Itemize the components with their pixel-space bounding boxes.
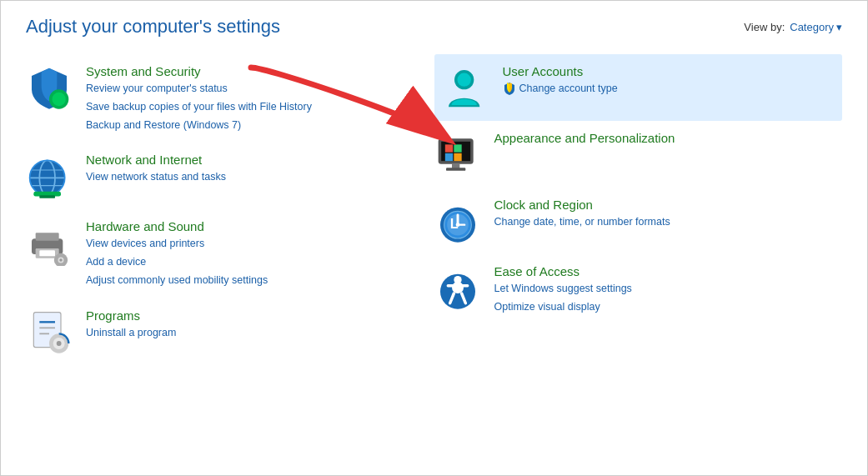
- system-security-text: System and Security Review your computer…: [86, 64, 312, 133]
- hardware-icon: [26, 219, 73, 266]
- network-icon: [26, 153, 73, 199]
- chevron-down-icon: ▾: [836, 21, 842, 33]
- user-accounts-icon: [443, 64, 489, 111]
- category-ease-of-access: Ease of Access Let Windows suggest setti…: [434, 254, 843, 325]
- svg-rect-11: [36, 233, 59, 241]
- category-system-security: System and Security Review your computer…: [26, 54, 434, 143]
- svg-rect-9: [39, 196, 55, 199]
- programs-icon: [26, 308, 73, 355]
- svg-rect-30: [454, 144, 461, 152]
- link-backup-restore[interactable]: Backup and Restore (Windows 7): [86, 118, 312, 133]
- appearance-text: Appearance and Personalization: [494, 131, 675, 145]
- category-programs: Programs Uninstall a program: [26, 298, 434, 365]
- clock-icon: L: [434, 198, 481, 244]
- page-title: Adjust your computer's settings: [26, 16, 280, 38]
- link-change-account-type[interactable]: Change account type: [503, 81, 618, 97]
- link-uninstall[interactable]: Uninstall a program: [86, 325, 176, 341]
- svg-point-1: [53, 93, 66, 106]
- svg-point-45: [452, 282, 464, 293]
- main-content: System and Security Review your computer…: [1, 46, 867, 382]
- appearance-title[interactable]: Appearance and Personalization: [494, 131, 675, 145]
- svg-point-16: [59, 259, 63, 263]
- svg-rect-32: [454, 153, 461, 161]
- category-clock: L Clock and Region Change date, time, or…: [434, 188, 843, 254]
- clock-text: Clock and Region Change date, time, or n…: [494, 198, 670, 230]
- svg-rect-34: [446, 168, 465, 171]
- category-hardware: Hardware and Sound View devices and prin…: [26, 209, 434, 298]
- link-add-device[interactable]: Add a device: [86, 254, 268, 270]
- user-accounts-text: User Accounts Change account type: [503, 64, 618, 97]
- link-review-status[interactable]: Review your computer's status: [86, 81, 312, 97]
- network-title[interactable]: Network and Internet: [86, 153, 226, 167]
- programs-text: Programs Uninstall a program: [86, 308, 176, 341]
- hardware-title[interactable]: Hardware and Sound: [86, 219, 268, 233]
- view-by-dropdown[interactable]: Category ▾: [790, 21, 842, 33]
- clock-title[interactable]: Clock and Region: [494, 198, 670, 212]
- system-security-icon: [26, 64, 73, 111]
- hardware-text: Hardware and Sound View devices and prin…: [86, 219, 268, 288]
- link-devices-printers[interactable]: View devices and printers: [86, 236, 268, 252]
- ease-of-access-icon: [434, 264, 481, 311]
- link-mobility[interactable]: Adjust commonly used mobility settings: [86, 273, 268, 288]
- link-suggest-settings[interactable]: Let Windows suggest settings: [494, 281, 632, 297]
- link-network-status[interactable]: View network status and tasks: [86, 169, 226, 185]
- ease-of-access-title[interactable]: Ease of Access: [494, 264, 632, 278]
- svg-text:L: L: [449, 216, 458, 231]
- programs-title[interactable]: Programs: [86, 308, 176, 323]
- network-text: Network and Internet View network status…: [86, 153, 226, 185]
- category-appearance: Appearance and Personalization: [434, 121, 843, 188]
- right-column: User Accounts Change account type: [434, 54, 843, 365]
- category-network: Network and Internet View network status…: [26, 143, 434, 209]
- link-date-time[interactable]: Change date, time, or number formats: [494, 214, 670, 230]
- link-file-history[interactable]: Save backup copies of your files with Fi…: [86, 99, 312, 115]
- link-visual-display[interactable]: Optimize visual display: [494, 299, 632, 315]
- system-security-title[interactable]: System and Security: [86, 64, 312, 78]
- appearance-icon: [434, 131, 481, 178]
- svg-rect-31: [444, 153, 452, 161]
- ease-of-access-text: Ease of Access Let Windows suggest setti…: [494, 264, 632, 315]
- svg-rect-29: [444, 144, 452, 152]
- view-by-control: View by: Category ▾: [744, 21, 842, 33]
- left-column: System and Security Review your computer…: [26, 54, 434, 365]
- svg-rect-13: [39, 251, 55, 257]
- svg-point-24: [57, 341, 62, 346]
- header: Adjust your computer's settings View by:…: [1, 1, 867, 46]
- user-accounts-title[interactable]: User Accounts: [503, 64, 618, 78]
- svg-point-26: [457, 73, 470, 87]
- category-user-accounts: User Accounts Change account type: [434, 54, 843, 121]
- view-by-label: View by:: [744, 21, 785, 33]
